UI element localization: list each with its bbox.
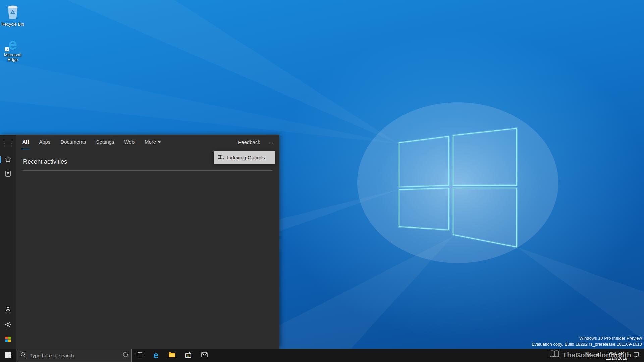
search-icon — [20, 352, 26, 359]
app-tile-button[interactable] — [0, 333, 16, 347]
home-button[interactable] — [0, 152, 16, 167]
action-center-button[interactable] — [629, 349, 643, 362]
mail-button[interactable] — [196, 349, 212, 362]
search-tabs: All Apps Documents Settings Web More Fee… — [16, 135, 279, 149]
volume-button[interactable] — [594, 349, 604, 362]
taskbar: e — [0, 349, 644, 362]
recycle-bin-desktop-icon[interactable]: Recycle Bin — [0, 4, 25, 27]
edge-taskbar-button[interactable]: e — [148, 349, 164, 362]
evaluation-watermark: Windows 10 Pro Insider Preview Evaluatio… — [532, 335, 642, 347]
search-panel-content: All Apps Documents Settings Web More Fee… — [16, 135, 279, 349]
hidden-icons-button[interactable] — [575, 349, 584, 362]
file-explorer-button[interactable] — [164, 349, 180, 362]
journal-button[interactable] — [0, 167, 16, 182]
desktop: Recycle Bin e Microsoft Edge — [0, 0, 644, 362]
chevron-up-icon — [577, 352, 581, 358]
tab-all[interactable]: All — [22, 135, 30, 149]
tab-web[interactable]: Web — [123, 135, 135, 149]
icon-label: Recycle Bin — [1, 22, 24, 27]
store-button[interactable] — [180, 349, 196, 362]
icon-label: Microsoft Edge — [0, 53, 25, 62]
edge-icon: e — [5, 37, 21, 52]
search-panel-rail — [0, 135, 16, 349]
taskbar-clock[interactable]: 9:21 AM 11/10/2018 — [604, 350, 629, 361]
start-windows-icon — [5, 352, 11, 359]
start-button[interactable] — [0, 349, 16, 362]
tab-apps[interactable]: Apps — [38, 135, 51, 149]
tab-settings[interactable]: Settings — [95, 135, 115, 149]
account-button[interactable] — [0, 303, 16, 318]
indexing-options-icon — [218, 155, 224, 161]
shortcut-arrow-icon — [5, 47, 9, 51]
task-view-icon — [136, 352, 144, 359]
tab-documents[interactable]: Documents — [60, 135, 87, 149]
system-tray: 9:21 AM 11/10/2018 — [575, 349, 644, 362]
clock-date: 11/10/2018 — [604, 356, 629, 361]
home-icon — [5, 156, 11, 163]
mail-icon — [201, 352, 208, 359]
search-input[interactable] — [30, 353, 119, 358]
separator — [23, 170, 272, 171]
edge-desktop-icon[interactable]: e Microsoft Edge — [0, 37, 25, 62]
cortana-icon[interactable] — [123, 352, 128, 359]
journal-icon — [5, 171, 11, 178]
indexing-options-menu-item[interactable]: Indexing Options — [214, 151, 275, 164]
network-button[interactable] — [584, 349, 594, 362]
tab-more[interactable]: More — [144, 135, 161, 149]
file-explorer-icon — [168, 352, 176, 359]
chevron-down-icon — [158, 141, 161, 143]
network-icon — [586, 352, 592, 358]
microsoft-logo-icon — [5, 337, 11, 343]
recent-activities-title: Recent activities — [23, 158, 67, 165]
menu-button[interactable] — [0, 137, 16, 152]
hamburger-icon — [5, 142, 11, 148]
clock-time: 9:21 AM — [604, 351, 629, 356]
edge-icon: e — [153, 351, 158, 360]
settings-gear-icon — [5, 321, 11, 329]
feedback-button[interactable]: Feedback — [238, 139, 260, 145]
search-panel: All Apps Documents Settings Web More Fee… — [0, 135, 279, 349]
recycle-bin-icon — [6, 4, 19, 21]
action-center-icon — [633, 352, 639, 359]
account-icon — [5, 307, 11, 314]
volume-icon — [596, 352, 602, 358]
taskbar-search-box[interactable] — [16, 349, 132, 362]
settings-button[interactable] — [0, 318, 16, 333]
task-view-button[interactable] — [132, 349, 148, 362]
overflow-menu-button[interactable]: ... — [268, 139, 274, 145]
store-icon — [185, 352, 192, 359]
